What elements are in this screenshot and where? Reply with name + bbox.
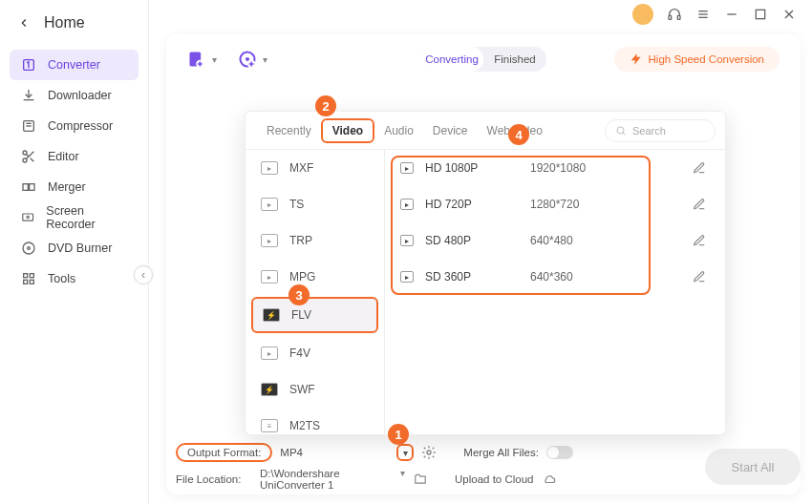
format-item-trp[interactable]: ▸TRP xyxy=(246,222,384,259)
edit-icon[interactable] xyxy=(693,161,706,175)
cloud-icon[interactable] xyxy=(541,472,558,486)
sidebar-item-label: Compressor xyxy=(48,119,113,133)
format-item-mpg[interactable]: ▸MPG xyxy=(246,259,384,295)
sidebar-item-converter[interactable]: Converter xyxy=(10,50,139,80)
sidebar-item-label: Downloader xyxy=(48,89,112,102)
output-format-label: Output Format: xyxy=(176,443,272,462)
format-label: MPG xyxy=(289,270,315,284)
menu-icon[interactable] xyxy=(695,7,711,22)
sidebar-item-editor[interactable]: Editor xyxy=(0,141,148,172)
format-list[interactable]: ▸MXF ▸TS ▸TRP ▸MPG ⚡FLV ▸F4V ⚡SWF ≡M2TS xyxy=(246,150,385,436)
format-label: MXF xyxy=(289,161,313,175)
back-icon xyxy=(17,16,31,30)
format-label: TS xyxy=(289,198,304,211)
upload-label: Upload to Cloud xyxy=(455,473,533,485)
gear-icon[interactable] xyxy=(421,445,437,460)
format-item-mxf[interactable]: ▸MXF xyxy=(246,150,384,186)
resolution-item[interactable]: ▸ HD 1080P 1920*1080 xyxy=(385,150,725,186)
folder-icon[interactable] xyxy=(413,472,428,486)
file-location-dropdown[interactable]: D:\Wondershare UniConverter 1 ▾ xyxy=(260,468,405,492)
svg-rect-24 xyxy=(24,274,28,278)
file-icon: ▸ xyxy=(261,270,278,284)
sidebar-item-label: Editor xyxy=(48,150,79,163)
svg-rect-1 xyxy=(677,15,680,19)
file-location-label: File Location: xyxy=(176,473,252,485)
toolbar: ▾ ▾ Converting Finished High Speed Conve… xyxy=(166,34,801,84)
add-file-icon[interactable] xyxy=(187,50,206,69)
search-input[interactable]: Search xyxy=(605,119,716,142)
svg-rect-25 xyxy=(30,274,33,278)
sidebar-item-label: Screen Recorder xyxy=(46,204,127,231)
resolution-dim: 640*480 xyxy=(530,234,573,247)
format-item-swf[interactable]: ⚡SWF xyxy=(246,371,384,408)
format-item-ts[interactable]: ▸TS xyxy=(246,186,384,222)
play-icon: ▸ xyxy=(400,271,414,283)
file-icon: ⚡ xyxy=(263,308,280,322)
sidebar-item-label: DVD Burner xyxy=(48,242,112,255)
merge-toggle[interactable] xyxy=(546,446,573,459)
format-item-m2ts[interactable]: ≡M2TS xyxy=(246,408,384,436)
maximize-icon[interactable] xyxy=(753,7,768,22)
home-button[interactable]: Home xyxy=(0,0,148,46)
output-format-dropdown[interactable]: MP4 ▾ xyxy=(280,444,414,461)
svg-point-23 xyxy=(28,247,31,250)
svg-rect-6 xyxy=(756,10,764,18)
sidebar: Home Converter Downloader Compressor Edi… xyxy=(0,0,149,504)
svg-rect-27 xyxy=(30,280,33,284)
svg-point-14 xyxy=(23,158,27,162)
bolt-icon xyxy=(630,52,643,66)
format-item-f4v[interactable]: ▸F4V xyxy=(246,335,384,371)
sidebar-item-downloader[interactable]: Downloader xyxy=(0,80,148,111)
headset-icon[interactable] xyxy=(667,7,682,22)
sidebar-item-tools[interactable]: Tools xyxy=(0,263,148,294)
svg-rect-18 xyxy=(23,184,28,191)
tab-device[interactable]: Device xyxy=(423,120,478,141)
format-label: SWF xyxy=(289,383,315,396)
collapse-handle[interactable]: ‹ xyxy=(134,265,153,284)
add-dvd-icon[interactable] xyxy=(238,50,257,69)
sidebar-item-screen-recorder[interactable]: Screen Recorder xyxy=(0,202,148,233)
file-icon: ▸ xyxy=(261,161,278,175)
high-speed-button[interactable]: High Speed Conversion xyxy=(614,47,780,72)
tab-audio[interactable]: Audio xyxy=(374,120,423,141)
edit-icon[interactable] xyxy=(693,198,706,211)
chevron-down-icon[interactable]: ▾ xyxy=(396,444,414,461)
avatar[interactable] xyxy=(632,4,653,25)
start-all-button[interactable]: Start All xyxy=(705,449,801,485)
resolution-dim: 640*360 xyxy=(530,270,573,284)
svg-line-17 xyxy=(26,154,29,157)
converter-icon xyxy=(21,57,36,73)
tab-finished[interactable]: Finished xyxy=(483,47,546,72)
svg-line-16 xyxy=(31,158,34,162)
sidebar-item-compressor[interactable]: Compressor xyxy=(0,111,148,141)
tab-video[interactable]: Video xyxy=(321,118,374,143)
add-dvd-dropdown[interactable]: ▾ xyxy=(263,54,267,65)
resolution-item[interactable]: ▸ HD 720P 1280*720 xyxy=(385,186,725,222)
format-label: TRP xyxy=(289,234,312,247)
sidebar-item-merger[interactable]: Merger xyxy=(0,172,148,202)
format-item-flv[interactable]: ⚡FLV xyxy=(251,297,378,333)
compressor-icon xyxy=(21,118,36,134)
add-file-dropdown[interactable]: ▾ xyxy=(212,54,217,65)
svg-rect-26 xyxy=(24,280,28,284)
close-icon[interactable] xyxy=(781,7,797,22)
tab-converting[interactable]: Converting xyxy=(420,47,483,72)
play-icon: ▸ xyxy=(400,162,414,174)
file-icon: ≡ xyxy=(261,419,278,432)
svg-point-31 xyxy=(246,57,249,61)
sidebar-item-dvd-burner[interactable]: DVD Burner xyxy=(0,233,148,263)
resolution-item[interactable]: ▸ SD 480P 640*480 xyxy=(385,222,725,259)
resolution-item[interactable]: ▸ SD 360P 640*360 xyxy=(385,259,725,295)
tab-recently[interactable]: Recently xyxy=(257,120,321,141)
screen-recorder-icon xyxy=(21,210,34,225)
file-icon: ⚡ xyxy=(261,383,278,396)
sidebar-item-label: Tools xyxy=(48,272,75,285)
file-icon: ▸ xyxy=(261,346,278,360)
minimize-icon[interactable] xyxy=(724,7,739,22)
callout-badge-1: 1 xyxy=(388,424,409,445)
svg-rect-19 xyxy=(30,184,34,191)
callout-badge-3: 3 xyxy=(288,284,310,305)
svg-rect-0 xyxy=(669,15,672,19)
edit-icon[interactable] xyxy=(693,234,706,247)
edit-icon[interactable] xyxy=(693,270,706,284)
